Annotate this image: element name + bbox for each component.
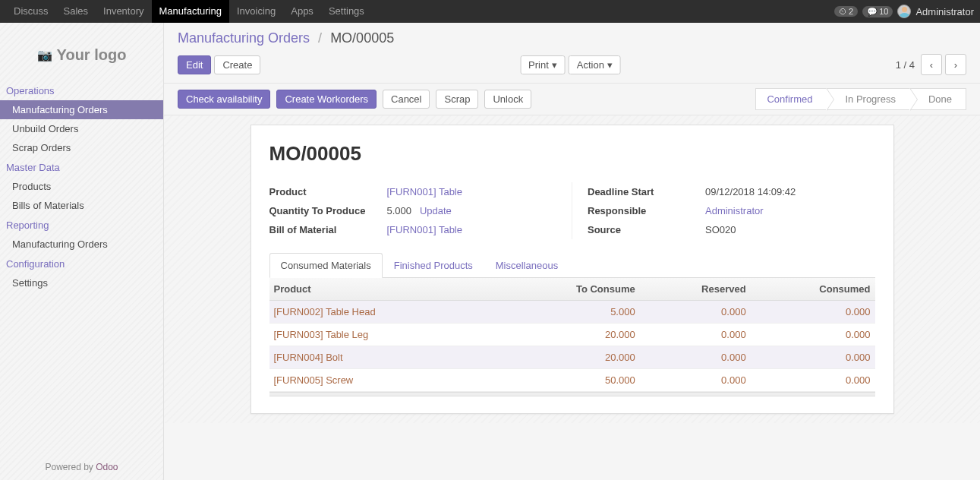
pager: 1 / 4 ‹ ›	[896, 54, 966, 75]
tab-finished-products[interactable]: Finished Products	[383, 253, 484, 278]
pager-next-button[interactable]: ›	[945, 54, 966, 75]
breadcrumb: Manufacturing Orders / MO/00005	[164, 23, 980, 51]
sidebar-footer: Powered by Odoo	[0, 454, 163, 480]
sidebar-item-unbuild-orders[interactable]: Unbuild Orders	[0, 119, 163, 138]
sidebar-section-operations[interactable]: Operations	[0, 81, 163, 100]
topbar-menu: DiscussSalesInventoryManufacturingInvoic…	[6, 0, 372, 23]
cell-to-consume: 5.000	[499, 301, 640, 324]
bom-value[interactable]: [FURN001] Table	[387, 224, 462, 235]
sidebar: 📷Your logo OperationsManufacturing Order…	[0, 23, 164, 480]
cell-product[interactable]: [FURN005] Screw	[269, 369, 499, 392]
form-sheet: MO/00005 Product [FURN001] Table Quantit…	[251, 125, 894, 414]
cell-to-consume: 50.000	[499, 369, 640, 392]
breadcrumb-sep: /	[318, 30, 322, 46]
chat-badge[interactable]: 💬 10	[862, 6, 893, 17]
col-reserved: Reserved	[640, 278, 751, 301]
materials-table: ProductTo ConsumeReservedConsumed [FURN0…	[269, 278, 875, 392]
col-consumed: Consumed	[751, 278, 875, 301]
camera-icon: 📷	[37, 48, 52, 62]
cell-consumed: 0.000	[751, 369, 875, 392]
responsible-value[interactable]: Administrator	[705, 205, 764, 216]
caret-down-icon: ▾	[607, 59, 613, 71]
sidebar-section-configuration[interactable]: Configuration	[0, 254, 163, 273]
topbar-item-manufacturing[interactable]: Manufacturing	[152, 0, 229, 23]
breadcrumb-current: MO/00005	[330, 30, 394, 46]
logo[interactable]: 📷Your logo	[21, 40, 143, 69]
breadcrumb-parent[interactable]: Manufacturing Orders	[178, 30, 310, 46]
page-title: MO/00005	[269, 142, 875, 166]
tab-miscellaneous[interactable]: Miscellaneous	[484, 253, 569, 278]
cell-consumed: 0.000	[751, 346, 875, 369]
unlock-button[interactable]: Unlock	[484, 90, 531, 109]
cell-to-consume: 20.000	[499, 346, 640, 369]
print-button[interactable]: Print▾	[520, 55, 566, 74]
cell-consumed: 0.000	[751, 324, 875, 346]
topbar-item-settings[interactable]: Settings	[321, 0, 372, 23]
deadline-label: Deadline Start	[588, 186, 705, 197]
topbar-item-sales[interactable]: Sales	[56, 0, 96, 23]
topbar-item-apps[interactable]: Apps	[283, 0, 321, 23]
sidebar-section-master-data[interactable]: Master Data	[0, 157, 163, 177]
edit-button[interactable]: Edit	[178, 55, 211, 74]
topbar-right: ⏲ 2 💬 10 Administrator	[834, 5, 974, 18]
responsible-label: Responsible	[588, 205, 705, 216]
deadline-value: 09/12/2018 14:09:42	[705, 186, 875, 197]
status-step-in-progress[interactable]: In Progress	[826, 88, 909, 110]
product-value[interactable]: [FURN001] Table	[387, 186, 462, 197]
caret-down-icon: ▾	[552, 59, 557, 71]
sidebar-item-scrap-orders[interactable]: Scrap Orders	[0, 138, 163, 157]
pager-text: 1 / 4	[896, 59, 915, 71]
clock-badge[interactable]: ⏲ 2	[834, 6, 858, 17]
cell-reserved: 0.000	[640, 324, 751, 346]
pager-prev-button[interactable]: ‹	[921, 54, 942, 75]
topbar-item-invoicing[interactable]: Invoicing	[229, 0, 283, 23]
create-workorders-button[interactable]: Create Workorders	[276, 90, 377, 109]
table-row[interactable]: [FURN005] Screw50.0000.0000.000	[269, 369, 875, 392]
col-product: Product	[269, 278, 499, 301]
cell-product[interactable]: [FURN003] Table Leg	[269, 324, 499, 346]
top-navbar: DiscussSalesInventoryManufacturingInvoic…	[0, 0, 980, 23]
cell-reserved: 0.000	[640, 369, 751, 392]
odoo-link[interactable]: Odoo	[96, 462, 118, 472]
cell-reserved: 0.000	[640, 346, 751, 369]
status-step-confirmed[interactable]: Confirmed	[755, 88, 827, 110]
product-label: Product	[269, 186, 387, 197]
tab-consumed-materials[interactable]: Consumed Materials	[269, 253, 383, 278]
table-footer-line	[269, 392, 875, 396]
source-label: Source	[588, 224, 705, 235]
create-button[interactable]: Create	[214, 55, 260, 74]
col-to-consume: To Consume	[499, 278, 640, 301]
cell-product[interactable]: [FURN004] Bolt	[269, 346, 499, 369]
cell-product[interactable]: [FURN002] Table Head	[269, 301, 499, 324]
status-steps: ConfirmedIn ProgressDone	[756, 88, 966, 110]
sidebar-item-manufacturing-orders[interactable]: Manufacturing Orders	[0, 100, 163, 119]
sidebar-item-products[interactable]: Products	[0, 177, 163, 196]
status-row: Check availabilityCreate WorkordersCance…	[164, 83, 980, 115]
status-step-done[interactable]: Done	[909, 88, 966, 110]
content-area: Manufacturing Orders / MO/00005 Edit Cre…	[164, 23, 980, 480]
sidebar-item-settings[interactable]: Settings	[0, 273, 163, 292]
toolbar: Edit Create Print▾ Action▾ 1 / 4 ‹ ›	[164, 51, 980, 83]
sidebar-item-manufacturing-orders[interactable]: Manufacturing Orders	[0, 235, 163, 254]
logo-area: 📷Your logo	[0, 29, 163, 81]
bom-label: Bill of Material	[269, 224, 387, 235]
qty-update-link[interactable]: Update	[420, 205, 452, 216]
topbar-item-inventory[interactable]: Inventory	[96, 0, 151, 23]
table-row[interactable]: [FURN003] Table Leg20.0000.0000.000	[269, 324, 875, 346]
table-row[interactable]: [FURN004] Bolt20.0000.0000.000	[269, 346, 875, 369]
cancel-button[interactable]: Cancel	[383, 90, 430, 109]
avatar[interactable]	[897, 5, 911, 18]
tabs: Consumed MaterialsFinished ProductsMisce…	[269, 253, 875, 278]
qty-value: 5.000	[387, 205, 412, 216]
sidebar-section-reporting[interactable]: Reporting	[0, 215, 163, 235]
cell-to-consume: 20.000	[499, 324, 640, 346]
check-availability-button[interactable]: Check availability	[178, 90, 270, 109]
username-label[interactable]: Administrator	[915, 6, 974, 17]
action-button[interactable]: Action▾	[569, 55, 621, 74]
cell-reserved: 0.000	[640, 301, 751, 324]
sidebar-item-bills-of-materials[interactable]: Bills of Materials	[0, 196, 163, 215]
topbar-item-discuss[interactable]: Discuss	[6, 0, 56, 23]
table-row[interactable]: [FURN002] Table Head5.0000.0000.000	[269, 301, 875, 324]
cell-consumed: 0.000	[751, 301, 875, 324]
scrap-button[interactable]: Scrap	[436, 90, 478, 109]
